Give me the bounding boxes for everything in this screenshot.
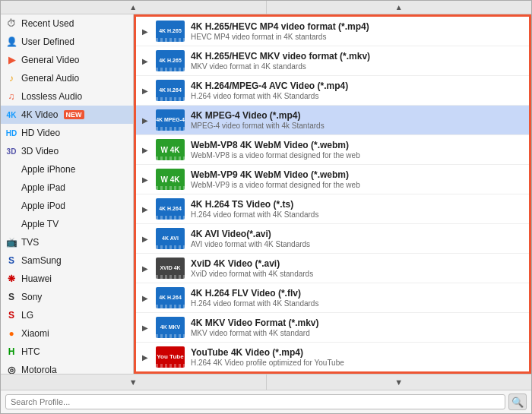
sidebar-item-label: 3D Video <box>21 146 59 156</box>
sidebar-item-apple-ipod[interactable]: Apple iPod <box>1 197 133 215</box>
sidebar-item-label: User Defined <box>21 36 74 47</box>
format-item-h264-flv[interactable]: ▶4K H.2644K H.264 FLV Video (*.flv)H.264… <box>136 283 529 313</box>
format-title-mpeg4-mp4: 4K MPEG-4 Video (*.mp4) <box>191 110 523 121</box>
format-desc-h264-mp4: H.264 video format with 4K Standards <box>191 92 523 100</box>
sidebar-item-label: Lossless Audio <box>21 91 82 102</box>
format-arrow-icon: ▶ <box>142 175 148 184</box>
new-badge: NEW <box>64 110 84 119</box>
sidebar-item-htc[interactable]: HHTC <box>1 343 133 361</box>
format-item-mkv-4k[interactable]: ▶4K MKV4K MKV Video Format (*.mkv)MKV vi… <box>136 313 529 343</box>
format-thumb-webm-vp9: W 4K <box>156 169 185 190</box>
format-arrow-icon: ▶ <box>142 264 148 273</box>
sidebar-item-huawei[interactable]: ❋Huawei <box>1 270 133 288</box>
user-icon: 👤 <box>5 36 17 48</box>
sidebar-item-tvs[interactable]: 📺TVS <box>1 233 133 251</box>
format-desc-h264-flv: H.264 video format with 4K Standards <box>191 299 523 308</box>
format-desc-hevc-mkv: MKV video format in 4K standards <box>191 62 523 71</box>
sidebar-item-apple[interactable]: Apple TV <box>1 215 133 233</box>
sidebar-item-samsung[interactable]: SSamSung <box>1 251 133 270</box>
format-thumb-avi-4k: 4K AVI <box>156 228 185 249</box>
sidebar-item-user-defined[interactable]: 👤User Defined <box>1 33 133 51</box>
sidebar-item-3d-video[interactable]: 3D3D Video <box>1 142 133 160</box>
sidebar-item-label: General Audio <box>21 73 79 84</box>
sidebar-item-apple-iphone[interactable]: Apple iPhone <box>1 160 133 179</box>
format-title-hevc-mp4: 4K H.265/HEVC MP4 video format (*.mp4) <box>191 21 523 32</box>
format-item-h264-ts[interactable]: ▶4K H.2644K H.264 TS Video (*.ts)H.264 v… <box>136 194 529 224</box>
sidebar-item-lossless-audio[interactable]: ♫Lossless Audio <box>1 87 133 106</box>
tv-icon: 📺 <box>5 236 17 248</box>
sidebar-item-label: Recent Used <box>21 18 74 29</box>
format-desc-hevc-mp4: HEVC MP4 video format in 4K stantards <box>191 33 523 41</box>
sidebar-item-label: 4K Video <box>21 109 59 120</box>
sidebar-item-label: Sony <box>21 292 42 302</box>
format-desc-webm-vp9: WebM-VP9 is a video format designed for … <box>191 181 523 189</box>
sidebar-item-general-audio[interactable]: ♪General Audio <box>1 69 133 87</box>
top-scroll-bar: ▲ ▲ <box>1 1 531 14</box>
video-icon: ▶ <box>5 54 17 66</box>
format-item-hevc-mkv[interactable]: ▶4K H.2654K H.265/HEVC MKV video format … <box>136 46 529 76</box>
right-scroll-down-btn[interactable]: ▼ <box>267 374 532 390</box>
huawei-icon: ❋ <box>5 273 17 285</box>
4k-icon: 4K <box>5 109 17 121</box>
format-thumb-youtube-4k: You Tube <box>156 346 185 368</box>
format-thumb-webm-vp8: W 4K <box>156 139 185 160</box>
motorola-icon: ◎ <box>5 364 17 374</box>
search-button[interactable]: 🔍 <box>508 393 527 410</box>
sidebar-scroll-down-btn[interactable]: ▼ <box>1 374 267 390</box>
format-arrow-icon: ▶ <box>142 27 148 36</box>
format-item-h264-mp4[interactable]: ▶4K H.2644K H.264/MPEG-4 AVC Video (*.mp… <box>136 76 529 106</box>
format-title-webm-vp9: WebM-VP9 4K WebM Video (*.webm) <box>191 169 523 180</box>
sidebar-item-label: Xiaomi <box>21 328 49 339</box>
format-title-youtube-4k: YouTube 4K Video (*.mp4) <box>191 347 523 358</box>
format-item-xvid-4k[interactable]: ▶XVID 4KXviD 4K Video (*.avi)XviD video … <box>136 254 529 283</box>
format-item-youtube-4k[interactable]: ▶You TubeYouTube 4K Video (*.mp4)H.264 4… <box>136 343 529 371</box>
sidebar-item-label: HD Video <box>21 128 60 138</box>
format-desc-xvid-4k: XviD video format with 4K standards <box>191 270 523 278</box>
format-item-webm-vp9[interactable]: ▶W 4KWebM-VP9 4K WebM Video (*.webm)WebM… <box>136 165 529 194</box>
search-input[interactable] <box>5 394 505 409</box>
format-title-avi-4k: 4K AVI Video(*.avi) <box>191 229 523 239</box>
sidebar-scroll-up-btn[interactable]: ▲ <box>1 1 267 14</box>
format-desc-youtube-4k: H.264 4K Video profile optimized for You… <box>191 359 523 367</box>
format-desc-avi-4k: AVI video format with 4K Standards <box>191 240 523 248</box>
format-thumb-h264-flv: 4K H.264 <box>156 287 185 308</box>
app-window: ▲ ▲ ⏱Recent Used👤User Defined▶General Vi… <box>0 0 532 414</box>
sidebar-item-label: Motorola <box>21 365 57 374</box>
format-title-mkv-4k: 4K MKV Video Format (*.mkv) <box>191 318 523 328</box>
format-item-hevc-mp4[interactable]: ▶4K H.2654K H.265/HEVC MP4 video format … <box>136 17 529 46</box>
sidebar-item-label: Huawei <box>21 273 52 284</box>
sidebar-item-label: General Video <box>21 55 80 65</box>
sidebar-item-motorola[interactable]: ◎Motorola <box>1 361 133 374</box>
format-thumb-h264-mp4: 4K H.264 <box>156 80 185 101</box>
sidebar-item-xiaomi[interactable]: ●Xiaomi <box>1 324 133 343</box>
format-list: ▶4K H.2654K H.265/HEVC MP4 video format … <box>136 17 529 371</box>
format-item-avi-4k[interactable]: ▶4K AVI4K AVI Video(*.avi)AVI video form… <box>136 224 529 254</box>
sidebar-item-label: Apple TV <box>21 219 59 229</box>
format-item-webm-vp8[interactable]: ▶W 4KWebM-VP8 4K WebM Video (*.webm)WebM… <box>136 135 529 165</box>
format-arrow-icon: ▶ <box>142 235 148 243</box>
right-scroll-up-btn[interactable]: ▲ <box>267 1 532 14</box>
apple-icon <box>5 218 17 230</box>
sidebar-item-label: SamSung <box>21 255 62 266</box>
sidebar-item-sony[interactable]: SSony <box>1 288 133 306</box>
format-thumb-hevc-mp4: 4K H.265 <box>156 21 185 42</box>
3d-icon: 3D <box>5 145 17 157</box>
sidebar-item-hd-video[interactable]: HDHD Video <box>1 124 133 142</box>
sidebar-item-label: TVS <box>21 237 39 248</box>
sidebar: ⏱Recent Used👤User Defined▶General Video♪… <box>1 14 134 374</box>
sidebar-item-apple-ipad[interactable]: Apple iPad <box>1 179 133 197</box>
sidebar-item-general-video[interactable]: ▶General Video <box>1 51 133 69</box>
format-thumb-xvid-4k: XVID 4K <box>156 258 185 279</box>
lossless-icon: ♫ <box>5 90 17 103</box>
format-title-webm-vp8: WebM-VP8 4K WebM Video (*.webm) <box>191 140 523 150</box>
right-panel: ▶4K H.2654K H.265/HEVC MP4 video format … <box>134 14 531 374</box>
sidebar-item-4k-video[interactable]: 4K4K VideoNEW <box>1 106 133 124</box>
sidebar-item-recent-used[interactable]: ⏱Recent Used <box>1 14 133 33</box>
search-bar: 🔍 <box>1 390 531 413</box>
format-title-hevc-mkv: 4K H.265/HEVC MKV video format (*.mkv) <box>191 51 523 62</box>
format-thumb-mkv-4k: 4K MKV <box>156 317 185 338</box>
htc-icon: H <box>5 346 17 358</box>
format-item-mpeg4-mp4[interactable]: ▶4K MPEG-44K MPEG-4 Video (*.mp4)MPEG-4 … <box>136 106 529 135</box>
sidebar-item-lg[interactable]: SLG <box>1 306 133 324</box>
format-title-h264-mp4: 4K H.264/MPEG-4 AVC Video (*.mp4) <box>191 81 523 91</box>
